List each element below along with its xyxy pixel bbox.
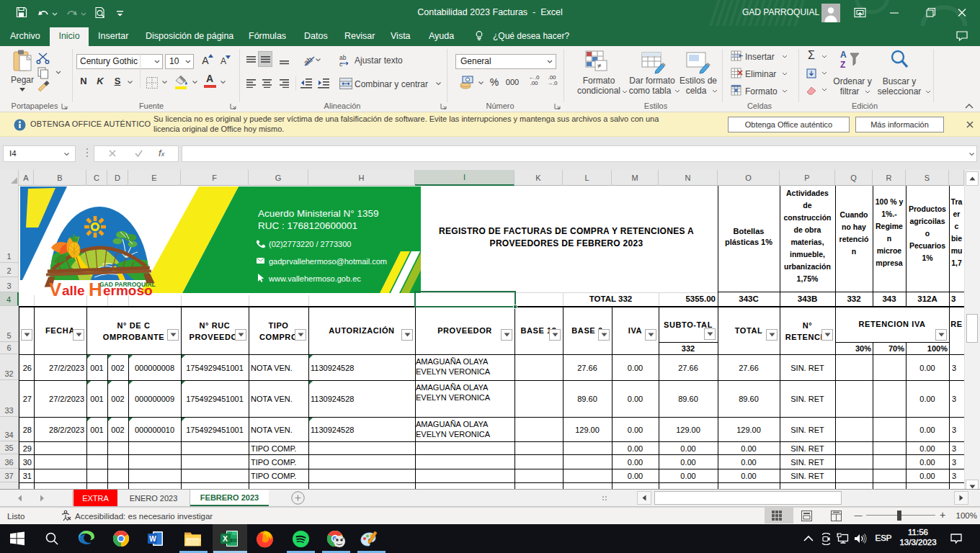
- svg-text:ab: ab: [303, 55, 314, 67]
- svg-text:V: V: [49, 279, 62, 300]
- svg-text:(02)2773220 / 2773300: (02)2773220 / 2773300: [269, 240, 351, 248]
- svg-text:www.vallehermoso.gob.ec: www.vallehermoso.gob.ec: [268, 274, 361, 283]
- svg-text:RUC : 1768120600001: RUC : 1768120600001: [258, 220, 357, 231]
- svg-text:A: A: [840, 50, 847, 60]
- svg-text:W: W: [149, 535, 156, 543]
- svg-text:Acuerdo Ministerial N° 1359: Acuerdo Ministerial N° 1359: [258, 208, 378, 219]
- svg-text:GAD PARROQUIAL: GAD PARROQUIAL: [99, 281, 156, 288]
- svg-text:alle: alle: [62, 283, 85, 298]
- svg-text:gadprvallehermoso@hotmail.com: gadprvallehermoso@hotmail.com: [269, 257, 387, 266]
- svg-text:≠: ≠: [597, 62, 602, 70]
- svg-text:X: X: [223, 534, 228, 543]
- svg-text:Z: Z: [840, 60, 845, 70]
